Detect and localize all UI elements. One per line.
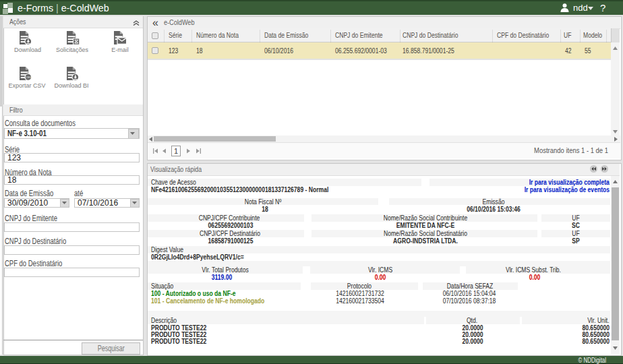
svg-text:CSV: CSV [25,75,31,79]
